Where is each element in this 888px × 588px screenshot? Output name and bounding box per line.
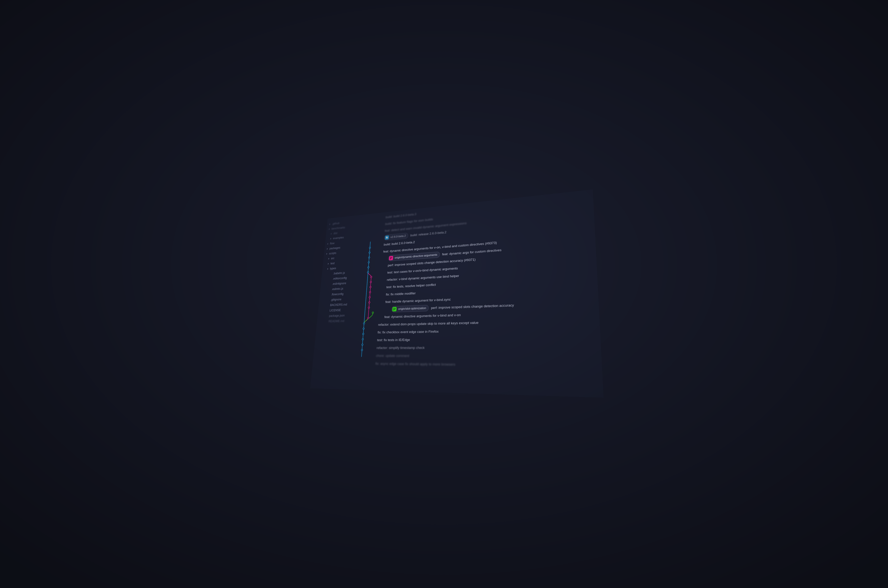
tag-icon [385, 235, 389, 240]
commit-message: perf: improve scoped slots change detect… [431, 303, 514, 310]
chevron-right-icon [329, 223, 331, 225]
file-tree-label: types [330, 267, 336, 270]
file-tree-label: scripts [329, 251, 337, 255]
chevron-right-icon [330, 238, 332, 240]
app-window: .githubbenchmarksdistexamplesflowpackage… [310, 189, 604, 398]
file-tree-label: .babelrc.js [333, 271, 345, 275]
file-tree-file[interactable]: package.json [319, 312, 355, 319]
file-tree-label: .editorconfig [332, 276, 347, 280]
commit-message: fix: fix middle modifier [386, 291, 416, 296]
commit-message: chore: update comment [376, 354, 409, 358]
badge-label: origin/dynamic-directive-arguments [395, 253, 437, 259]
badge-label: origin/slot-optimization [398, 306, 426, 311]
chevron-right-icon [327, 243, 329, 245]
chevron-right-icon [328, 228, 330, 230]
branch-badge[interactable]: origin/slot-optimization [391, 305, 429, 312]
commit-message: refactor: simplify timestamp check [376, 346, 425, 350]
file-tree-label: .eslintignore [332, 282, 346, 286]
file-tree-label: src [331, 256, 335, 260]
chevron-right-icon [326, 253, 328, 255]
commit-row[interactable]: refactor: simplify timestamp check [353, 343, 601, 352]
file-tree-label: .eslintrc.js [332, 287, 344, 291]
commit-message: fix: fix checkbox event edge case in Fir… [377, 329, 439, 334]
file-tree-label: benchmarks [331, 226, 345, 230]
svg-point-24 [394, 308, 394, 309]
file-tree-label: flow [330, 242, 335, 245]
file-tree-label: test [331, 262, 335, 265]
commit-message: refactor: extend dom-props update skip t… [378, 321, 479, 327]
badge-label: v2.6.0-beta.2 [391, 234, 406, 239]
file-tree-label: .gitignore [331, 298, 341, 302]
chevron-right-icon [327, 262, 329, 265]
svg-point-26 [395, 308, 395, 309]
chevron-right-icon [328, 258, 330, 260]
file-tree-label: examples [333, 236, 344, 240]
commit-message: build: build 2.6.0-beta.2 [384, 240, 415, 246]
file-tree-label: packages [329, 246, 341, 250]
commit-message: test: fix tests, resolve helper conflict [386, 283, 436, 289]
git-branch-icon [392, 307, 397, 311]
file-tree-label: .github [332, 222, 340, 225]
file-tree-label: LICENSE [329, 308, 341, 312]
commit-message: feat: handle dynamic argument for v-bind… [385, 297, 451, 304]
commit-message: fix: async edge case fix should apply to… [375, 362, 455, 366]
chevron-right-icon [331, 232, 332, 235]
file-tree-label: BACKERS.md [330, 303, 347, 307]
commit-row[interactable]: fix: async edge case fix should apply to… [352, 359, 602, 370]
file-tree-label: README.md [328, 319, 344, 323]
git-history-panel[interactable]: build: build 2.6.0-beta.3build: fix feat… [350, 189, 604, 398]
chevron-right-icon [326, 248, 328, 250]
svg-point-21 [390, 257, 391, 258]
file-tree-label: package.json [329, 314, 345, 318]
commit-message: test: fix tests in IE/Edge [377, 338, 410, 342]
chevron-right-icon [327, 268, 329, 270]
svg-point-23 [391, 257, 392, 258]
git-branch-icon [389, 256, 393, 260]
file-tree-label: .flowconfig [331, 292, 344, 296]
file-tree-file[interactable]: README.md [319, 318, 354, 324]
file-tree-label: dist [334, 231, 338, 235]
commit-message: feat: dynamic directive arguments for v-… [384, 313, 461, 319]
